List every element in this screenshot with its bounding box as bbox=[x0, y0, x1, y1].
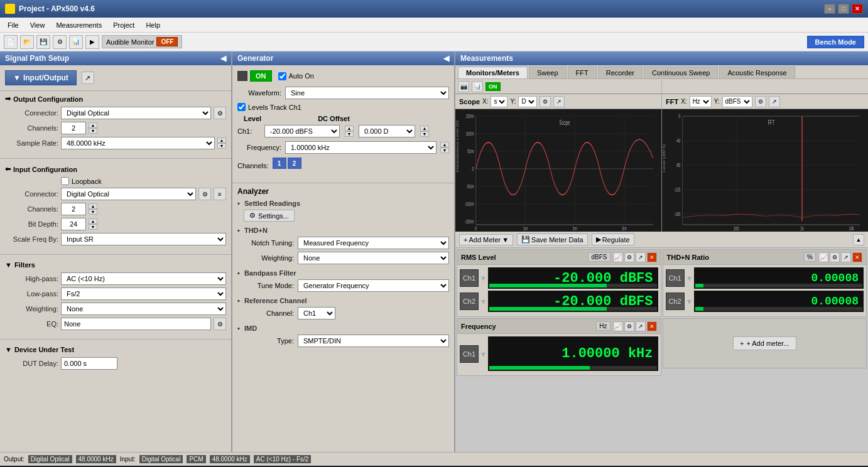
maximize-button[interactable]: □ bbox=[838, 4, 849, 14]
bench-mode-button[interactable]: Bench Mode bbox=[807, 36, 864, 48]
meters-scroll-up[interactable]: ▲ bbox=[853, 234, 864, 245]
connector-select[interactable]: Digital Optical bbox=[61, 107, 211, 119]
generator-on-button[interactable]: ON bbox=[250, 70, 272, 82]
scope-icon-btn2[interactable]: 📊 bbox=[472, 81, 483, 92]
ch1-level-down[interactable]: ▼ bbox=[345, 131, 354, 137]
tab-acoustic-response[interactable]: Acoustic Response bbox=[719, 67, 795, 78]
bit-depth-input[interactable] bbox=[61, 218, 86, 230]
signal-path-expand[interactable]: ◀ bbox=[220, 54, 226, 63]
lowpass-select[interactable]: Fs/2 bbox=[61, 287, 226, 300]
input-channels-up[interactable]: ▲ bbox=[89, 203, 97, 209]
scope-icon-btn1[interactable]: 📷 bbox=[458, 81, 469, 92]
settings-button[interactable]: ⚙ Settings... bbox=[244, 210, 295, 222]
channel-select[interactable]: Ch1 bbox=[298, 307, 335, 319]
menu-project[interactable]: Project bbox=[108, 20, 139, 30]
regulate-button[interactable]: ▶ Regulate bbox=[592, 234, 634, 245]
freq-unit[interactable]: Hz bbox=[596, 321, 610, 331]
thd-ch1-arrow[interactable]: ▾ bbox=[687, 273, 692, 283]
add-meter-inner-button[interactable]: + + Add meter... bbox=[733, 336, 796, 350]
ch2-button[interactable]: 2 bbox=[288, 158, 301, 169]
highpass-select[interactable]: AC (<10 Hz) bbox=[61, 272, 226, 285]
save-meter-button[interactable]: 💾 Save Meter Data bbox=[517, 234, 588, 245]
rms-expand-btn[interactable]: ↗ bbox=[636, 252, 646, 262]
eq-settings-button[interactable]: ⚙ bbox=[214, 318, 226, 330]
rms-graph-btn[interactable]: 📈 bbox=[613, 252, 623, 262]
save-button[interactable]: 💾 bbox=[36, 35, 50, 49]
tab-sweep[interactable]: Sweep bbox=[529, 67, 567, 78]
eq-input[interactable] bbox=[61, 318, 211, 330]
fft-settings-btn[interactable]: ⚙ bbox=[755, 96, 766, 107]
tab-recorder[interactable]: Recorder bbox=[598, 67, 643, 78]
scope-expand-btn[interactable]: ↗ bbox=[553, 96, 565, 107]
auto-on-checkbox[interactable] bbox=[278, 72, 286, 80]
freq-expand-btn[interactable]: ↗ bbox=[636, 321, 646, 331]
freq-up[interactable]: ▲ bbox=[440, 142, 449, 148]
scope-settings-btn[interactable]: ⚙ bbox=[540, 96, 551, 107]
fft-expand-btn[interactable]: ↗ bbox=[769, 96, 780, 107]
imd-type-select[interactable]: SMPTE/DIN bbox=[298, 335, 449, 347]
rms-ch1-arrow[interactable]: ▾ bbox=[481, 273, 486, 283]
levels-track-check[interactable]: Levels Track Ch1 bbox=[237, 103, 449, 111]
levels-track-checkbox[interactable] bbox=[237, 103, 246, 111]
audible-monitor-toggle[interactable]: OFF bbox=[156, 37, 178, 46]
minimize-button[interactable]: – bbox=[824, 4, 835, 14]
thd-ch2-arrow[interactable]: ▾ bbox=[687, 296, 692, 306]
measure-button[interactable]: 📊 bbox=[69, 35, 83, 49]
scope-on-btn[interactable]: ON bbox=[486, 82, 501, 91]
input-connector-settings[interactable]: ⚙ bbox=[198, 188, 211, 200]
sample-rate-select[interactable]: 48.0000 kHz bbox=[61, 137, 215, 149]
generator-expand[interactable]: ◀ bbox=[443, 54, 449, 63]
thd-graph-btn[interactable]: 📈 bbox=[818, 252, 828, 262]
channels-input[interactable] bbox=[61, 122, 86, 134]
ch1-dc-down[interactable]: ▼ bbox=[420, 131, 429, 137]
menu-help[interactable]: Help bbox=[141, 20, 165, 30]
freq-settings-btn[interactable]: ⚙ bbox=[624, 321, 634, 331]
fft-y-select[interactable]: dBFS bbox=[722, 96, 752, 107]
ch1-level-up[interactable]: ▲ bbox=[345, 126, 354, 131]
dut-header[interactable]: ▼ Device Under Test bbox=[5, 346, 226, 353]
freq-down[interactable]: ▼ bbox=[440, 148, 449, 153]
tab-monitors-meters[interactable]: Monitors/Meters bbox=[458, 67, 528, 78]
rms-close-btn[interactable]: ✕ bbox=[647, 252, 657, 262]
levels-button[interactable]: ▶ bbox=[85, 35, 99, 49]
connector-settings-button[interactable]: ⚙ bbox=[214, 107, 226, 119]
input-channels-down[interactable]: ▼ bbox=[89, 209, 97, 215]
add-meter-button[interactable]: + Add Meter ▼ bbox=[459, 234, 513, 245]
loopback-checkbox[interactable] bbox=[61, 177, 69, 185]
bit-depth-up[interactable]: ▲ bbox=[89, 218, 97, 224]
freq-ch1-arrow[interactable]: ▾ bbox=[481, 349, 486, 359]
rms-ch2-arrow[interactable]: ▾ bbox=[481, 296, 486, 306]
ch1-button[interactable]: 1 bbox=[273, 158, 286, 169]
input-connector-select[interactable]: Digital Optical bbox=[61, 188, 196, 200]
thd-settings-btn[interactable]: ⚙ bbox=[830, 252, 840, 262]
waveform-select[interactable]: Sine bbox=[285, 87, 449, 99]
fft-x-select[interactable]: Hz bbox=[690, 96, 712, 107]
input-channels-input[interactable] bbox=[61, 203, 86, 215]
scope-x-select[interactable]: s bbox=[491, 96, 507, 107]
input-output-button[interactable]: ▼ Input/Output bbox=[5, 70, 77, 85]
thd-expand-btn[interactable]: ↗ bbox=[841, 252, 851, 262]
external-link-button[interactable]: ↗ bbox=[82, 72, 94, 84]
freq-graph-btn[interactable]: 📈 bbox=[613, 321, 623, 331]
analyzer-weighting-select[interactable]: None bbox=[298, 252, 449, 264]
rms-unit[interactable]: dBFS bbox=[588, 252, 610, 262]
tab-fft[interactable]: FFT bbox=[568, 67, 597, 78]
rms-settings-btn[interactable]: ⚙ bbox=[624, 252, 634, 262]
scope-y-select[interactable]: D bbox=[518, 96, 537, 107]
frequency-select[interactable]: 1.00000 kHz bbox=[285, 141, 437, 154]
tab-continuous-sweep[interactable]: Continuous Sweep bbox=[644, 67, 718, 78]
dut-delay-input[interactable] bbox=[61, 357, 117, 370]
freq-close-btn[interactable]: ✕ bbox=[647, 321, 657, 331]
notch-tuning-select[interactable]: Measured Frequency bbox=[298, 237, 449, 249]
weighting-select[interactable]: None bbox=[61, 303, 226, 315]
filters-header[interactable]: ▼ Filters bbox=[5, 261, 226, 269]
thd-close-btn[interactable]: ✕ bbox=[852, 252, 862, 262]
bit-depth-down[interactable]: ▼ bbox=[89, 224, 97, 230]
sample-rate-down[interactable]: ▼ bbox=[217, 143, 226, 149]
thd-unit[interactable]: % bbox=[804, 252, 816, 262]
new-button[interactable]: 📄 bbox=[4, 35, 18, 49]
sample-rate-up[interactable]: ▲ bbox=[217, 137, 226, 143]
scale-freq-select[interactable]: Input SR bbox=[61, 233, 226, 245]
ch1-dc-select[interactable]: 0.000 D bbox=[359, 125, 415, 137]
tune-mode-select[interactable]: Generator Frequency bbox=[298, 279, 449, 292]
